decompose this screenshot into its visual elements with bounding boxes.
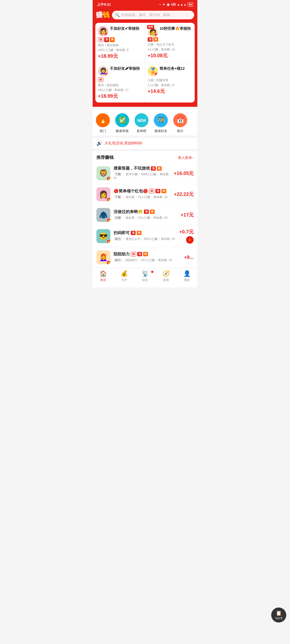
task-grid-wrapper: 👩 元 不加好友✔审核快 保 顶 推 微信｜微信辅助 1067人已赚，剩余数: … [93, 23, 197, 107]
task-name-2: 🔴简单领个红包🔴 [114, 189, 148, 194]
task-cell-2[interactable]: 秒审 🧑 元 10秒完事🔥审核快 顶 推 注册｜智行天下收号 4人已赚，剩余数:… [145, 23, 195, 63]
nav-item-discover[interactable]: 🧭 发现 [155, 270, 176, 282]
list-avatar-5: 👩‍🦰 👑 [96, 250, 110, 264]
category-new[interactable]: NEW 新单榜 [135, 113, 148, 133]
badge-ding-3: 顶 [144, 210, 149, 214]
search-bar[interactable]: 🔍 任务标题、编号、用户ID、昵称 [112, 11, 194, 19]
fast-label: 极速审核 [116, 129, 129, 133]
badge-tui-3: 推 [150, 210, 155, 214]
hot-label: 热门 [100, 129, 106, 133]
discover-label: 发现 [163, 278, 169, 282]
task-info-1: 搜索答题，不玩游戏 顶 推 下载 | 星球大赚 | 6586人已赚 | 剩余数:… [114, 166, 171, 181]
task-price-4: +14.6元 [148, 88, 192, 94]
task-stats-3: 640人已赚，剩余数: 17 [98, 88, 142, 92]
task-cell-4[interactable]: 🏅 元 简单任务+领12 注册｜陀螺世界 1人已赚，剩余数: 27 +14.6元 [145, 63, 195, 103]
section-title: 推荐赚钱 [96, 155, 114, 160]
header: 赚钱 🔍 任务标题、编号、用户ID、昵称 [93, 8, 197, 23]
category-daily[interactable]: 📅 每日 [173, 113, 187, 133]
task-price-1: +18.99元 [98, 53, 142, 59]
network-icon: HD [171, 3, 176, 6]
badge-tui-1: 推 [157, 166, 162, 171]
badge-ding-1: 顶 [151, 166, 156, 171]
badge-tui-5: 推 [143, 252, 148, 256]
category-hot[interactable]: 🔥 热门 [96, 113, 110, 133]
badge-tui-4: 推 [137, 231, 142, 235]
status-bar: 上午9:21 ··· ✦ ⏰ HD ▲▲▲ 90 [93, 0, 197, 8]
new-user-link[interactable]: 新人新单 › [178, 155, 194, 160]
task-name-4: 扫码即可 [114, 230, 130, 236]
task-info-3: 没做过的来哟😁 顶 推 注册 | 猫头晕 | 34人已赚 | 剩余数: 29 [114, 209, 177, 221]
hall-icon: 💰 [121, 270, 128, 277]
list-item-1[interactable]: 🦁 👑 搜索答题，不玩游戏 顶 推 下载 | 星球大赚 | 6586人已赚 | … [93, 163, 197, 184]
task-price-2: +10.08元 [148, 52, 192, 59]
status-time: 上午9:21 [97, 2, 111, 7]
new-icon: NEW [135, 113, 148, 127]
task-title-2: 10秒完事🔥审核快 [160, 26, 192, 31]
list-avatar-4: 😎 👑 [96, 229, 110, 243]
new-label: 新单榜 [137, 129, 146, 133]
fast-icon: ✅ [115, 113, 129, 127]
wifi-icon: ▲▲▲ [177, 3, 187, 6]
task-cell-3[interactable]: 👩‍🦱 元 不加好友🌶审核快 保 微信｜微信辅助 640人已赚，剩余数: 17 … [95, 63, 145, 103]
list-item-2[interactable]: 👩 👑 🔴简单领个红包🔴 保 顶 推 下载 | 猫头晕 | 41人已赚 | 剩余… [93, 184, 197, 205]
task-info-4: 扫码即可 顶 推 助力 | 微信公众号 | 859人已赚 | 剩余数: 34 [114, 230, 176, 242]
mine-label: 我的 [184, 278, 190, 282]
battery-icon: 90 [188, 2, 193, 7]
task-title-4: 简单任务+领12 [160, 66, 192, 71]
list-avatar-1: 🦁 👑 [96, 166, 110, 180]
task-categories-1: 微信｜微信辅助 [98, 43, 142, 47]
task-amount-2: +22.22元 [174, 191, 194, 197]
badge-ding-2: 顶 [155, 189, 160, 193]
logo: 赚钱 [96, 10, 109, 20]
task-tags-3: 注册 | 猫头晕 | 34人已赚 | 剩余数: 29 [114, 216, 177, 220]
signal-icon: ··· [159, 3, 161, 6]
announcement-text: 大礼包活动,奖励88000 [104, 141, 142, 146]
task-categories-4: 注册｜陀螺世界 [148, 78, 192, 82]
search-placeholder: 任务标题、编号、用户ID、昵称 [121, 13, 170, 17]
list-item-5[interactable]: 👩‍🦰 👑 陌陌助力 保 顶 推 助力 | 陌陌助力 | 257人已赚 | 剩余… [93, 247, 197, 268]
badge-tui-2: 推 [161, 189, 166, 193]
task-categories-2: 注册｜智行天下收号 [148, 43, 192, 47]
category-invite[interactable]: 🧑‍🤝‍🧑 邀请好友 [154, 113, 168, 133]
invite-label: 邀请好友 [154, 129, 167, 133]
nav-item-home[interactable]: 🏠 首页 [93, 270, 114, 282]
notification-dot [151, 271, 153, 273]
task-amount-5: +9... [184, 255, 194, 260]
list-avatar-2: 👩 👑 [96, 187, 110, 201]
task-title-3: 不加好友🌶审核快 [110, 66, 142, 71]
hall-label: 大厅 [121, 278, 127, 282]
task-name-3: 没做过的来哟😁 [114, 209, 143, 214]
nav-item-hall[interactable]: 💰 大厅 [114, 270, 135, 282]
nav-item-dynamic[interactable]: 📡 动态 [135, 270, 155, 282]
task-tags-1: 下载 | 星球大赚 | 6586人已赚 | 剩余数: 51 [114, 172, 171, 180]
category-fast[interactable]: ✅ 极速审核 [115, 113, 129, 133]
task-amount-4: +0.7元 [179, 229, 194, 235]
daily-label: 每日 [177, 129, 183, 133]
alarm-icon: ⏰ [166, 3, 170, 6]
nav-item-mine[interactable]: 👤 我的 [176, 270, 197, 282]
task-info-5: 陌陌助力 保 顶 推 助力 | 陌陌助力 | 257人已赚 | 剩余数: 43 [114, 252, 181, 263]
list-item-3[interactable]: 🧥 👑 没做过的来哟😁 顶 推 注册 | 猫头晕 | 34人已赚 | 剩余数: … [93, 205, 197, 225]
task-tags-4: 助力 | 微信公众号 | 859人已赚 | 剩余数: 34 [114, 237, 176, 241]
chevron-right-icon: › [193, 156, 194, 160]
section-header: 推荐赚钱 新人新单 › [93, 151, 197, 163]
task-name-5: 陌陌助力 [114, 252, 130, 257]
announcement-icon: 🔊 [96, 140, 102, 146]
list-item-4[interactable]: 😎 👑 扫码即可 顶 推 助力 | 微信公众号 | 859人已赚 | 剩余数: … [93, 225, 197, 247]
badge-ding-5: 顶 [137, 252, 142, 256]
search-icon: 🔍 [115, 13, 120, 17]
badge-ding-4: 顶 [131, 231, 136, 235]
discover-icon: 🧭 [162, 270, 170, 277]
task-cell-1[interactable]: 👩 元 不加好友✔审核快 保 顶 推 微信｜微信辅助 1067人已赚，剩余数: … [95, 23, 145, 63]
task-tags-2: 下载 | 猫头晕 | 41人已赚 | 剩余数: 10 [114, 195, 171, 199]
task-tags-5: 助力 | 陌陌助力 | 257人已赚 | 剩余数: 43 [114, 258, 181, 262]
task-info-2: 🔴简单领个红包🔴 保 顶 推 下载 | 猫头晕 | 41人已赚 | 剩余数: 1… [114, 189, 171, 200]
task-amount-3: +17元 [180, 212, 194, 218]
list-avatar-3: 🧥 👑 [96, 208, 110, 222]
task-stats-2: 4人已赚，剩余数: 10 [148, 47, 192, 52]
categories-section: 🔥 热门 ✅ 极速审核 NEW 新单榜 🧑‍🤝‍🧑 邀请好友 📅 每日 [93, 109, 197, 136]
task-categories-3: 微信｜微信辅助 [98, 83, 142, 87]
dynamic-icon: 📡 [142, 270, 149, 277]
announcement[interactable]: 🔊 大礼包活动,奖励88000 [93, 138, 197, 149]
home-icon: 🏠 [100, 270, 107, 277]
